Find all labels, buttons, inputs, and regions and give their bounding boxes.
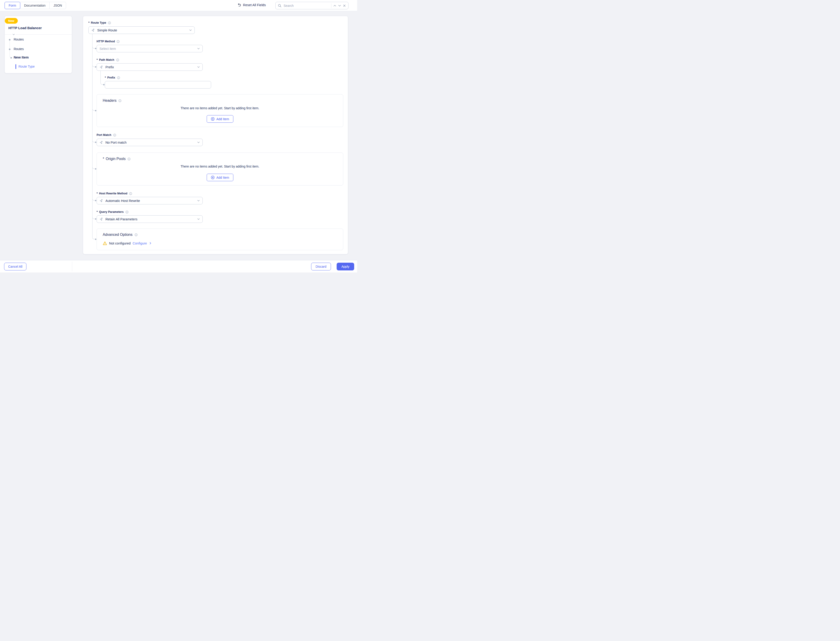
origin-pools-add-item-button[interactable]: Add Item [207, 174, 233, 181]
chevron-up-icon[interactable] [333, 5, 336, 6]
bullet-icon [9, 48, 10, 50]
collapse-notch-icon[interactable] [11, 33, 16, 36]
tree-item-new-item[interactable]: New Item [14, 55, 29, 59]
info-icon[interactable] [116, 58, 119, 61]
headers-title: Headers [103, 98, 121, 103]
required-marker: * [97, 192, 98, 195]
connector-dot [95, 110, 96, 111]
object-tree-panel: New HTTP Load Balancer Routes Routes New… [5, 16, 72, 73]
tree-connector-elbow [92, 216, 95, 219]
prefix-input[interactable] [105, 81, 211, 89]
info-icon[interactable] [128, 158, 131, 161]
info-icon[interactable] [118, 99, 121, 102]
branch-icon [100, 141, 103, 144]
tree-item-routes-1[interactable]: Routes [14, 37, 24, 41]
tab-json[interactable]: JSON [49, 2, 66, 9]
bottom-action-bar: Cancel All Discard Apply [0, 260, 357, 272]
info-icon[interactable] [116, 40, 120, 43]
chevron-right-icon[interactable] [150, 242, 151, 245]
info-icon[interactable] [113, 134, 116, 137]
host-rewrite-method-select[interactable]: Automatic Host Rewrite [97, 197, 203, 205]
headers-empty-text: There are no items added yet. Start by a… [97, 106, 343, 110]
chevron-down-icon [197, 200, 200, 201]
required-marker: * [97, 58, 98, 61]
required-marker: * [88, 21, 89, 24]
origin-pools-title: * Origin Pools [103, 157, 131, 161]
path-match-label: * Path Match [97, 58, 119, 62]
required-marker: * [97, 210, 98, 214]
query-parameters-select[interactable]: Retain All Parameters [97, 215, 203, 223]
chevron-down-icon [197, 66, 200, 68]
undo-icon [237, 3, 241, 7]
new-badge: New [5, 18, 18, 24]
caret-right-icon [11, 57, 12, 59]
search-input[interactable] [284, 4, 329, 8]
required-marker: * [105, 76, 106, 79]
connector-dot [95, 48, 96, 49]
configure-link[interactable]: Configure [132, 242, 147, 245]
connector-dot [95, 142, 96, 143]
chevron-down-icon [189, 29, 192, 31]
chevron-down-icon [197, 142, 200, 143]
advanced-options-status-row: Not configured Configure [103, 241, 151, 245]
port-match-label: Port Match [97, 133, 116, 137]
view-tabs: Form Documentation JSON [5, 2, 66, 9]
branch-icon [91, 29, 95, 32]
info-icon[interactable] [117, 76, 120, 79]
route-type-select[interactable]: Simple Route [88, 26, 195, 34]
info-icon[interactable] [135, 234, 137, 236]
sidebar-title: HTTP Load Balancer [8, 26, 42, 30]
origin-pools-empty-text: There are no items added yet. Start by a… [97, 164, 343, 168]
connector-dot [95, 66, 96, 68]
branch-icon [100, 199, 103, 203]
bullet-icon [9, 39, 10, 40]
apply-button[interactable]: Apply [337, 263, 354, 271]
tab-form[interactable]: Form [5, 2, 20, 9]
discard-button[interactable]: Discard [311, 263, 331, 271]
query-parameters-label: * Query Parameters [97, 210, 128, 214]
tree-connector-elbow [92, 45, 95, 48]
tree-connector-elbow [92, 64, 95, 67]
reset-all-fields-label: Reset All Fields [243, 3, 266, 7]
connector-dot [95, 238, 96, 240]
connector-dot [95, 200, 96, 201]
origin-pools-section: * Origin Pools There are no items added … [97, 153, 343, 185]
headers-add-item-button[interactable]: Add Item [207, 115, 233, 123]
active-item-bar [16, 64, 16, 69]
info-icon[interactable] [126, 211, 128, 214]
close-icon[interactable] [343, 4, 346, 7]
tab-documentation[interactable]: Documentation [20, 2, 50, 9]
host-rewrite-method-label: * Host Rewrite Method [97, 192, 132, 195]
required-marker: * [103, 157, 104, 161]
chevron-down-icon [197, 218, 200, 220]
http-method-select[interactable]: Select item [97, 45, 203, 52]
tree-connector-elbow [92, 236, 95, 239]
connector-dot [103, 84, 105, 85]
warning-icon [103, 241, 107, 245]
tree-connector-elbow [92, 198, 95, 201]
prefix-label: * Prefix [105, 76, 120, 79]
plus-circle-icon [211, 117, 215, 121]
tree-item-routes-2[interactable]: Routes [14, 47, 24, 51]
tree-connector [10, 39, 10, 55]
path-match-select[interactable]: Prefix [97, 63, 203, 71]
search-divider [331, 3, 331, 8]
info-icon[interactable] [108, 21, 111, 24]
route-type-label: * Route Type [88, 21, 111, 24]
chevron-down-icon[interactable] [338, 5, 341, 6]
chevron-down-icon [197, 48, 200, 49]
reset-all-fields-button[interactable]: Reset All Fields [237, 3, 266, 7]
info-icon[interactable] [129, 192, 132, 195]
cancel-all-button[interactable]: Cancel All [4, 263, 26, 271]
tree-item-route-type[interactable]: Route Type [18, 64, 35, 68]
connector-dot [95, 218, 96, 220]
connector-dot [95, 168, 96, 169]
advanced-options-status: Not configured [109, 242, 131, 245]
port-match-select[interactable]: No Port match [97, 139, 203, 146]
headers-section: Headers There are no items added yet. St… [97, 94, 343, 127]
route-form-panel: * Route Type Simple Route HTTP Method Se… [83, 16, 348, 254]
tree-connector-elbow [100, 82, 103, 85]
branch-icon [100, 65, 103, 69]
tree-connector [100, 71, 101, 82]
plus-circle-icon [211, 176, 215, 179]
